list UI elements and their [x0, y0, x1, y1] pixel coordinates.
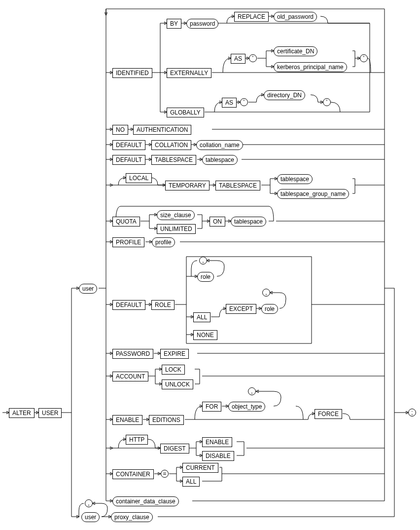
kw-account: ACCOUNT: [112, 372, 148, 381]
kw-unlimited: UNLIMITED: [157, 224, 196, 234]
kw-default-ts: DEFAULT: [112, 155, 145, 165]
kw-container: CONTAINER: [112, 469, 154, 479]
nt-size-clause[interactable]: size_clause: [157, 210, 195, 220]
kw-expire: EXPIRE: [160, 349, 189, 359]
term-comma-role: ,: [199, 257, 207, 265]
term-quote-glob-close: ': [323, 98, 331, 106]
kw-role: ROLE: [151, 300, 175, 310]
nt-old-password[interactable]: old_password: [274, 12, 317, 22]
nt-role[interactable]: role: [197, 272, 214, 282]
term-semicolon: ;: [408, 409, 416, 416]
nt-password[interactable]: password: [186, 19, 218, 29]
nt-tablespace-temp[interactable]: tablespace: [277, 174, 313, 184]
kw-as-ext: AS: [231, 54, 245, 64]
kw-profile: PROFILE: [112, 237, 144, 247]
nt-kerberos-principal[interactable]: kerberos_principal_name: [274, 62, 347, 72]
nt-object-type[interactable]: object_type: [228, 402, 265, 412]
kw-quota: QUOTA: [112, 217, 140, 227]
kw-digest-enable: ENABLE: [202, 437, 232, 447]
kw-http: HTTP: [126, 435, 148, 445]
kw-externally: EXTERNALLY: [167, 68, 211, 78]
kw-all: ALL: [193, 312, 210, 322]
kw-for: FOR: [202, 402, 221, 412]
nt-directory-dn[interactable]: directory_DN: [264, 90, 305, 100]
kw-enable: ENABLE: [112, 415, 142, 425]
nt-collation-name[interactable]: collation_name: [196, 140, 243, 150]
kw-default-coll: DEFAULT: [112, 140, 145, 150]
kw-tablespace-temp: TABLESPACE: [215, 181, 260, 190]
nt-profile[interactable]: profile: [152, 237, 175, 247]
kw-password: PASSWORD: [112, 349, 153, 359]
kw-by: BY: [167, 19, 181, 29]
nt-certificate-dn[interactable]: certificate_DN: [274, 46, 317, 56]
kw-digest: DIGEST: [160, 444, 189, 454]
kw-identified: IDENTIFIED: [112, 68, 152, 78]
term-quote-ext-open: ': [249, 54, 257, 62]
kw-all-container: ALL: [182, 477, 200, 487]
kw-replace: REPLACE: [234, 12, 269, 22]
kw-collation: COLLATION: [151, 140, 191, 150]
kw-local: LOCAL: [126, 173, 152, 183]
kw-temporary: TEMPORARY: [165, 181, 210, 190]
kw-lock: LOCK: [162, 365, 185, 375]
kw-alter: ALTER: [9, 408, 35, 418]
term-comma-objtype: ,: [248, 387, 256, 395]
kw-globally: GLOBALLY: [167, 108, 204, 117]
kw-on: ON: [210, 217, 225, 227]
kw-default-role: DEFAULT: [112, 300, 145, 310]
kw-no: NO: [112, 125, 128, 135]
kw-current: CURRENT: [182, 463, 218, 473]
nt-user[interactable]: user: [79, 284, 97, 294]
term-quote-glob-open: ': [240, 98, 248, 106]
kw-user: USER: [38, 408, 62, 418]
kw-as-glob: AS: [222, 98, 237, 108]
nt-tablespace-group[interactable]: tablespace_group_name: [277, 189, 349, 199]
nt-tablespace-quota[interactable]: tablespace: [231, 217, 266, 227]
nt-role-except[interactable]: role: [261, 304, 278, 314]
kw-authentication: AUTHENTICATION: [133, 125, 191, 135]
kw-none: NONE: [193, 330, 217, 340]
kw-tablespace-def: TABLESPACE: [151, 155, 196, 165]
kw-editions: EDITIONS: [149, 415, 184, 425]
kw-digest-disable: DISABLE: [202, 451, 234, 461]
term-quote-ext-close: ': [360, 54, 368, 62]
kw-except: EXCEPT: [226, 304, 256, 314]
term-comma-role-except: ,: [262, 289, 270, 297]
kw-force: FORCE: [315, 409, 342, 419]
term-equals: =: [161, 470, 169, 478]
nt-proxy-clause[interactable]: proxy_clause: [111, 512, 153, 522]
term-comma-user: ,: [85, 499, 93, 507]
nt-tablespace-def[interactable]: tablespace: [202, 155, 238, 165]
kw-unlock: UNLOCK: [162, 379, 193, 389]
nt-user-proxy[interactable]: user: [81, 512, 100, 522]
nt-container-data-clause[interactable]: container_data_clause: [112, 496, 179, 506]
